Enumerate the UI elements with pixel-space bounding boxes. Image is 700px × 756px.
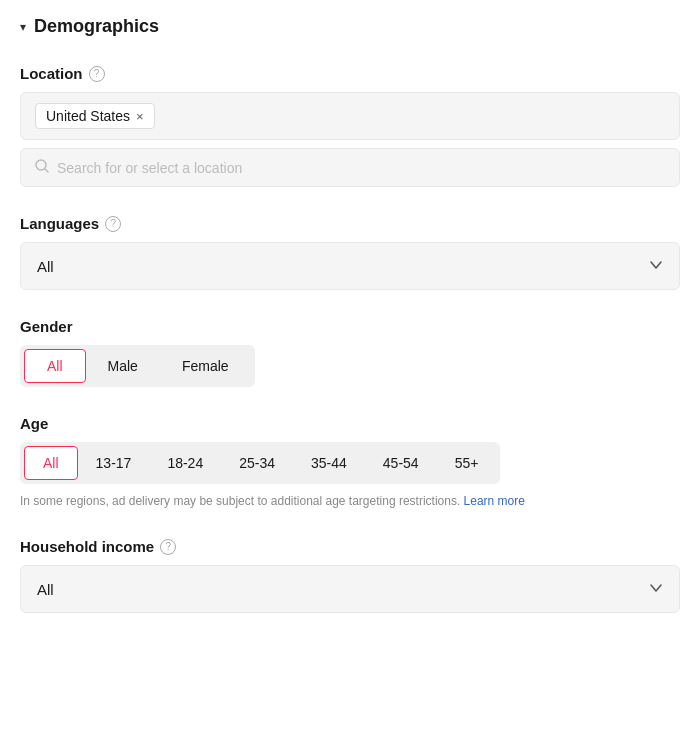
location-tag-box: United States × xyxy=(20,92,680,140)
gender-label-text: Gender xyxy=(20,318,73,335)
household-income-section: Household income ? All xyxy=(20,538,680,613)
location-search-box[interactable]: Search for or select a location xyxy=(20,148,680,187)
location-label-text: Location xyxy=(20,65,83,82)
location-label: Location ? xyxy=(20,65,680,82)
svg-line-1 xyxy=(45,169,48,172)
age-btn-25-34[interactable]: 25-34 xyxy=(221,447,293,479)
location-help-icon[interactable]: ? xyxy=(89,66,105,82)
age-btn-55-plus[interactable]: 55+ xyxy=(437,447,497,479)
age-label: Age xyxy=(20,415,680,432)
gender-label: Gender xyxy=(20,318,680,335)
languages-help-icon[interactable]: ? xyxy=(105,216,121,232)
gender-section: Gender All Male Female xyxy=(20,318,680,387)
household-income-help-icon[interactable]: ? xyxy=(160,539,176,555)
location-search-placeholder: Search for or select a location xyxy=(57,160,242,176)
age-btn-45-54[interactable]: 45-54 xyxy=(365,447,437,479)
household-income-select[interactable]: All xyxy=(20,565,680,613)
age-btn-18-24[interactable]: 18-24 xyxy=(149,447,221,479)
gender-btn-all[interactable]: All xyxy=(24,349,86,383)
languages-select[interactable]: All xyxy=(20,242,680,290)
section-title: Demographics xyxy=(34,16,159,37)
household-income-dropdown-icon xyxy=(649,581,663,598)
gender-button-group: All Male Female xyxy=(20,345,255,387)
languages-label-text: Languages xyxy=(20,215,99,232)
household-income-label: Household income ? xyxy=(20,538,680,555)
languages-dropdown-icon xyxy=(649,258,663,275)
gender-btn-male[interactable]: Male xyxy=(86,350,160,382)
age-section: Age All 13-17 18-24 25-34 35-44 45-54 55… xyxy=(20,415,680,510)
location-section: Location ? United States × Search for or… xyxy=(20,65,680,187)
age-button-group: All 13-17 18-24 25-34 35-44 45-54 55+ xyxy=(20,442,500,484)
age-note-text: In some regions, ad delivery may be subj… xyxy=(20,494,460,508)
learn-more-link[interactable]: Learn more xyxy=(464,494,525,508)
age-btn-all[interactable]: All xyxy=(24,446,78,480)
demographics-panel: ▾ Demographics Location ? United States … xyxy=(0,0,700,657)
age-btn-13-17[interactable]: 13-17 xyxy=(78,447,150,479)
location-tag-text: United States xyxy=(46,108,130,124)
demographics-header[interactable]: ▾ Demographics xyxy=(20,16,680,37)
gender-btn-female[interactable]: Female xyxy=(160,350,251,382)
household-income-value: All xyxy=(37,581,54,598)
age-note: In some regions, ad delivery may be subj… xyxy=(20,492,680,510)
household-income-label-text: Household income xyxy=(20,538,154,555)
age-btn-35-44[interactable]: 35-44 xyxy=(293,447,365,479)
languages-label: Languages ? xyxy=(20,215,680,232)
languages-value: All xyxy=(37,258,54,275)
age-label-text: Age xyxy=(20,415,48,432)
location-tag: United States × xyxy=(35,103,155,129)
search-icon xyxy=(35,159,49,176)
languages-section: Languages ? All xyxy=(20,215,680,290)
location-tag-remove[interactable]: × xyxy=(136,110,144,123)
chevron-down-icon: ▾ xyxy=(20,20,26,34)
